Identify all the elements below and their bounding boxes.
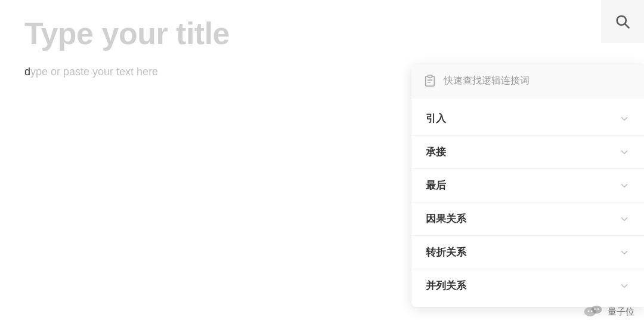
search-icon bbox=[614, 13, 631, 30]
chevron-down-icon-3 bbox=[619, 214, 630, 225]
svg-point-9 bbox=[595, 308, 596, 309]
search-bar-placeholder: 快速查找逻辑连接词 bbox=[444, 75, 530, 87]
menu-item-label-4: 转折关系 bbox=[426, 245, 466, 259]
menu-item-label-5: 并列关系 bbox=[426, 279, 466, 293]
svg-point-8 bbox=[591, 311, 593, 312]
cursor-char: d bbox=[24, 66, 30, 78]
search-button[interactable] bbox=[601, 0, 644, 43]
chevron-down-icon-0 bbox=[619, 113, 630, 124]
menu-item-label-2: 最后 bbox=[426, 179, 446, 192]
chevron-down-icon-4 bbox=[619, 247, 630, 258]
menu-item-5[interactable]: 并列关系 bbox=[411, 269, 644, 302]
menu-item-3[interactable]: 因果关系 bbox=[411, 202, 644, 236]
menu-list: 引入 承接 最后 因果关系 bbox=[411, 97, 644, 307]
menu-item-1[interactable]: 承接 bbox=[411, 136, 644, 169]
svg-point-10 bbox=[597, 308, 599, 309]
page-title[interactable]: Type your title bbox=[24, 16, 620, 51]
menu-item-label-1: 承接 bbox=[426, 145, 446, 159]
clipboard-icon bbox=[423, 74, 436, 87]
menu-item-label-0: 引入 bbox=[426, 112, 446, 125]
chevron-down-icon-5 bbox=[619, 281, 630, 291]
editor-placeholder: ype or paste your text here bbox=[30, 66, 158, 78]
menu-item-4[interactable]: 转折关系 bbox=[411, 236, 644, 269]
title-area: Type your title bbox=[0, 0, 644, 51]
svg-line-1 bbox=[625, 24, 628, 27]
chevron-down-icon-2 bbox=[619, 180, 630, 191]
brand-name: 量子位 bbox=[608, 306, 634, 318]
svg-rect-2 bbox=[428, 75, 432, 78]
main-area: Type your title dype or paste your text … bbox=[0, 0, 644, 332]
wechat-icon bbox=[583, 301, 604, 322]
menu-item-label-3: 因果关系 bbox=[426, 212, 466, 226]
chevron-down-icon-1 bbox=[619, 147, 630, 158]
menu-item-0[interactable]: 引入 bbox=[411, 102, 644, 136]
menu-item-2[interactable]: 最后 bbox=[411, 169, 644, 202]
svg-point-6 bbox=[591, 306, 602, 314]
dropdown-search-bar[interactable]: 快速查找逻辑连接词 bbox=[411, 64, 644, 97]
wechat-watermark: 量子位 bbox=[583, 301, 634, 322]
svg-point-7 bbox=[588, 311, 590, 312]
dropdown-panel: 快速查找逻辑连接词 引入 承接 最后 bbox=[411, 64, 644, 307]
